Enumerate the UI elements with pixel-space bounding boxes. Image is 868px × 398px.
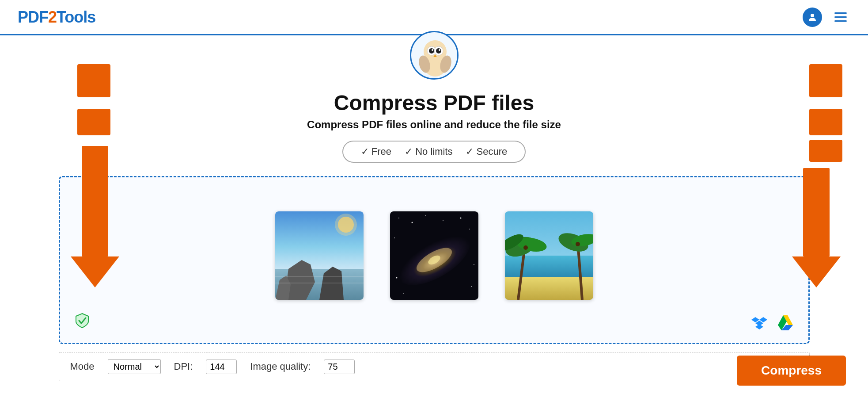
svg-point-0 xyxy=(811,14,814,17)
dpi-label: DPI: xyxy=(174,361,193,372)
mode-select[interactable]: Normal Low High Extreme xyxy=(108,359,161,374)
svg-point-8 xyxy=(439,49,440,51)
svg-point-28 xyxy=(394,237,395,238)
header-right xyxy=(803,8,850,27)
svg-marker-52 xyxy=(755,324,763,329)
dropbox-icon[interactable] xyxy=(750,312,769,332)
svg-point-30 xyxy=(474,264,474,265)
menu-icon[interactable] xyxy=(831,8,850,27)
svg-point-6 xyxy=(436,48,441,54)
features-badge: ✓ Free ✓ No limits ✓ Secure xyxy=(342,141,526,163)
quality-label: Image quality: xyxy=(250,361,311,372)
dpi-input[interactable] xyxy=(206,360,237,374)
svg-point-7 xyxy=(432,49,433,51)
thumbnail-coast xyxy=(275,211,364,300)
svg-point-5 xyxy=(429,48,434,54)
svg-point-31 xyxy=(396,277,397,279)
svg-point-24 xyxy=(425,215,426,216)
svg-point-25 xyxy=(443,220,443,221)
page-content: Compress PDF files Compress PDF files on… xyxy=(0,80,868,381)
mascot-area xyxy=(0,31,868,80)
svg-point-26 xyxy=(460,218,461,219)
logo-accent: 2 xyxy=(48,8,57,26)
security-icon xyxy=(73,312,91,329)
right-arrow-rect-3 xyxy=(809,140,842,162)
feature-no-limits: ✓ No limits xyxy=(405,146,452,157)
user-icon[interactable] xyxy=(803,8,822,27)
settings-bar: Mode Normal Low High Extreme DPI: Image … xyxy=(59,352,810,381)
logo: PDF2Tools xyxy=(18,8,95,27)
right-arrow-rect-2 xyxy=(809,105,842,135)
mascot-image xyxy=(410,31,459,80)
left-arrow-down xyxy=(71,146,119,287)
mode-label: Mode xyxy=(70,361,95,372)
dropzone[interactable] xyxy=(59,176,810,344)
svg-point-22 xyxy=(398,218,399,218)
thumbnail-galaxy xyxy=(390,211,478,300)
thumbnails-row xyxy=(275,211,593,300)
compress-button[interactable]: Compress xyxy=(737,356,846,386)
svg-point-48 xyxy=(576,242,580,246)
svg-point-32 xyxy=(471,286,472,287)
svg-point-47 xyxy=(523,245,528,250)
svg-point-18 xyxy=(335,214,357,236)
right-arrow-down xyxy=(792,168,841,287)
left-arrow-rect-2 xyxy=(77,105,110,135)
drive-icon[interactable] xyxy=(776,312,795,332)
cloud-icons xyxy=(750,312,795,332)
svg-point-27 xyxy=(469,229,470,230)
page-title: Compress PDF files xyxy=(334,91,534,115)
header: PDF2Tools xyxy=(0,0,868,35)
page-subtitle: Compress PDF files online and reduce the… xyxy=(307,119,561,131)
svg-point-33 xyxy=(403,293,404,294)
svg-point-23 xyxy=(411,222,413,223)
feature-free: ✓ Free xyxy=(361,146,391,157)
feature-secure: ✓ Secure xyxy=(466,146,507,157)
quality-input[interactable] xyxy=(324,360,355,374)
thumbnail-beach xyxy=(505,211,593,300)
